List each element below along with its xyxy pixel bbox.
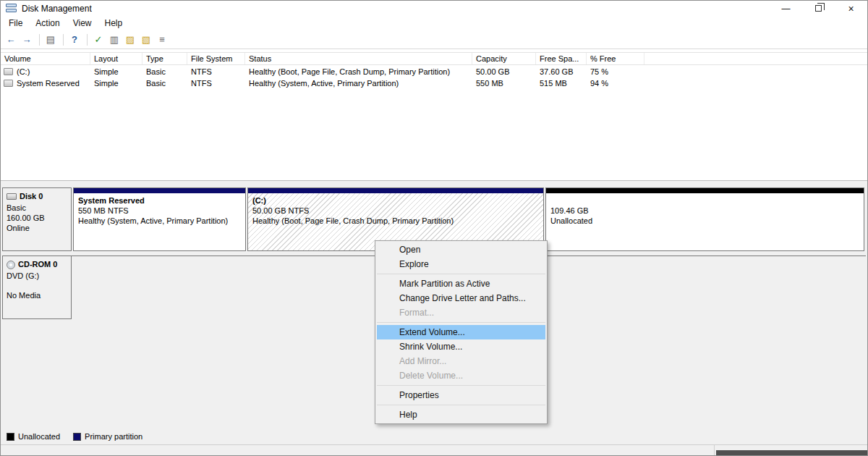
partition-color-strip — [546, 188, 864, 193]
volume-type: Basic — [142, 66, 187, 77]
column-file-system[interactable]: File System — [187, 53, 245, 64]
menubar: File Action View Help — [1, 16, 867, 30]
harddisk-icon — [7, 193, 17, 200]
show-console-tree-icon[interactable]: ▤ — [43, 33, 58, 46]
close-button[interactable]: × — [835, 1, 867, 16]
volume-status: Healthy (System, Active, Primary Partiti… — [245, 77, 472, 89]
volume-layout: Simple — [90, 77, 142, 89]
cdrom-0-spacer — [7, 281, 67, 290]
minimize-button[interactable]: — — [770, 1, 802, 16]
column-capacity[interactable]: Capacity — [472, 53, 536, 64]
partition-status: Healthy (Boot, Page File, Crash Dump, Pr… — [252, 216, 539, 226]
partition-color-strip — [74, 188, 245, 193]
volume-row-system-reserved[interactable]: System Reserved Simple Basic NTFS Health… — [1, 77, 867, 89]
context-menu-separator — [377, 322, 545, 323]
partition-color-strip — [248, 188, 543, 193]
context-menu-mark-partition-active[interactable]: Mark Partition as Active — [377, 276, 545, 291]
partition-title — [550, 195, 859, 206]
forward-icon[interactable]: → — [20, 33, 34, 46]
partition-unallocated[interactable]: 109.46 GB Unallocated — [545, 187, 864, 251]
cd-icon — [7, 261, 15, 269]
disk-0-name: Disk 0 — [20, 191, 43, 202]
volume-type: Basic — [142, 77, 187, 89]
toolbar-separator — [39, 34, 40, 46]
partition-status: Unallocated — [550, 216, 859, 226]
partition-size: 109.46 GB — [550, 206, 859, 216]
disk-0-label-panel[interactable]: Disk 0 Basic 160.00 GB Online — [2, 187, 72, 251]
context-menu-open[interactable]: Open — [377, 242, 545, 257]
status-bar — [1, 444, 867, 456]
titlebar: Disk Management — × — [1, 1, 867, 16]
context-menu-shrink-volume[interactable]: Shrink Volume... — [377, 339, 545, 354]
volume-name: (C:) — [17, 66, 30, 77]
context-menu-delete-volume: Delete Volume... — [377, 368, 545, 383]
toolbar-separator — [63, 34, 64, 46]
context-menu-separator — [377, 405, 545, 405]
context-menu: Open Explore Mark Partition as Active Ch… — [375, 240, 548, 424]
context-menu-separator — [377, 274, 545, 274]
volume-status: Healthy (Boot, Page File, Crash Dump, Pr… — [245, 66, 472, 77]
restore-icon — [815, 5, 822, 12]
menu-file[interactable]: File — [2, 17, 29, 30]
views-icon[interactable]: ▥ — [107, 33, 122, 46]
column-type[interactable]: Type — [142, 53, 187, 64]
volume-capacity: 550 MB — [472, 77, 536, 89]
disk-0-status: Online — [7, 223, 67, 233]
context-menu-explore[interactable]: Explore — [377, 257, 545, 271]
unallocated-swatch-icon — [7, 433, 14, 441]
toolbar: ← → ▤ ? ✓ ▥ ▨ ▧ ≡ — [1, 30, 867, 49]
folder-icon[interactable]: ▨ — [123, 33, 137, 46]
disk-0-type: Basic — [7, 203, 67, 213]
window-controls: — × — [770, 1, 867, 16]
cdrom-0-label-panel[interactable]: CD-ROM 0 DVD (G:) No Media — [2, 256, 72, 319]
volume-layout: Simple — [90, 66, 142, 77]
cdrom-0-name: CD-ROM 0 — [18, 259, 57, 270]
cdrom-0-drive: DVD (G:) — [7, 271, 67, 281]
close-icon: × — [848, 4, 854, 14]
check-disk-icon[interactable]: ✓ — [91, 33, 106, 46]
context-menu-format: Format... — [377, 305, 545, 320]
details-view-icon[interactable]: ≡ — [155, 33, 169, 46]
cdrom-0-status: No Media — [7, 290, 67, 300]
column-status[interactable]: Status — [245, 53, 472, 64]
menu-view[interactable]: View — [67, 17, 98, 30]
volume-capacity: 50.00 GB — [472, 66, 536, 77]
volume-free: 515 MB — [536, 77, 587, 89]
column-volume[interactable]: Volume — [1, 53, 90, 64]
context-menu-properties[interactable]: Properties — [377, 388, 545, 402]
partition-status: Healthy (System, Active, Primary Partiti… — [78, 216, 241, 226]
primary-partition-swatch-icon — [73, 433, 81, 441]
disk-management-window: Disk Management — × File Action View Hel… — [0, 0, 868, 456]
volume-row-c[interactable]: (C:) Simple Basic NTFS Healthy (Boot, Pa… — [1, 66, 867, 77]
partition-title: System Reserved — [78, 195, 241, 206]
volume-icon — [4, 68, 13, 75]
disk-0-size: 160.00 GB — [7, 213, 67, 223]
volume-pct-free: 75 % — [587, 66, 644, 77]
legend-unallocated: Unallocated — [7, 432, 60, 441]
column-pct-free[interactable]: % Free — [587, 53, 644, 64]
actions-icon[interactable]: ▧ — [139, 33, 153, 46]
volume-icon — [4, 80, 13, 87]
help-icon[interactable]: ? — [67, 33, 82, 46]
column-filler — [644, 53, 867, 64]
volume-fs: NTFS — [187, 66, 245, 77]
context-menu-extend-volume[interactable]: Extend Volume... — [377, 325, 545, 339]
context-menu-change-drive-letter[interactable]: Change Drive Letter and Paths... — [377, 291, 545, 305]
volume-list-header: Volume Layout Type File System Status Ca… — [1, 52, 867, 65]
volume-free: 37.60 GB — [536, 66, 587, 77]
column-layout[interactable]: Layout — [90, 53, 142, 64]
legend-unallocated-label: Unallocated — [18, 432, 60, 441]
volume-fs: NTFS — [187, 77, 245, 89]
menu-help[interactable]: Help — [98, 17, 129, 30]
volume-name: System Reserved — [17, 77, 80, 89]
partition-title: (C:) — [252, 195, 539, 206]
volume-pct-free: 94 % — [587, 77, 644, 89]
context-menu-help[interactable]: Help — [377, 408, 545, 422]
column-free-space[interactable]: Free Spa... — [536, 53, 587, 64]
menu-action[interactable]: Action — [29, 17, 66, 30]
taskbar-fragment — [716, 450, 867, 456]
partition-system-reserved[interactable]: System Reserved 550 MB NTFS Healthy (Sys… — [73, 187, 246, 251]
maximize-button[interactable] — [802, 1, 835, 16]
back-icon[interactable]: ← — [4, 33, 18, 46]
legend: Unallocated Primary partition — [7, 432, 142, 441]
